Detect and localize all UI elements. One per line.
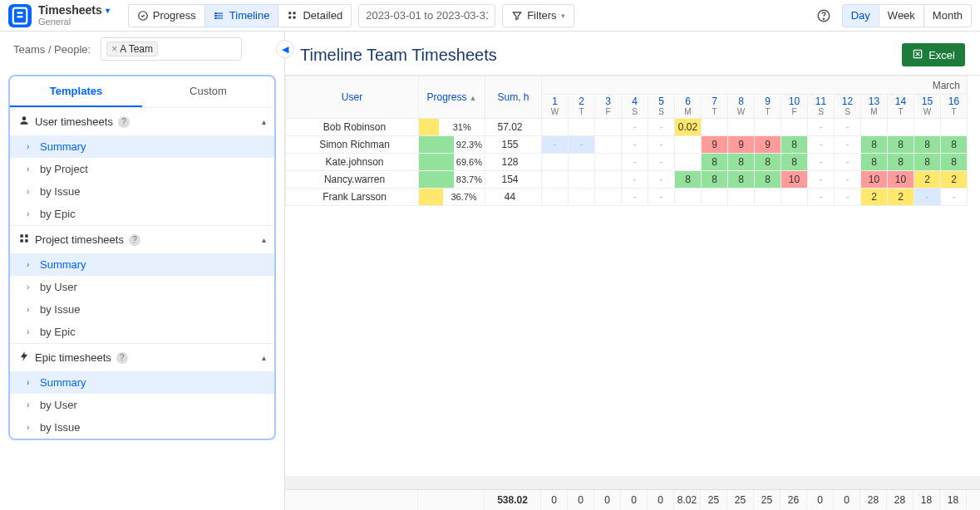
day-cell[interactable] — [569, 189, 595, 206]
day-cell[interactable]: 8 — [888, 154, 914, 171]
day-cell[interactable]: - — [835, 154, 861, 171]
template-summary[interactable]: ›Summary — [10, 371, 274, 394]
day-cell[interactable]: - — [622, 136, 648, 154]
col-user[interactable]: User — [286, 76, 419, 119]
day-col-10[interactable]: 10F — [781, 95, 808, 119]
view-progress[interactable]: Progress — [128, 4, 205, 27]
template-by-epic[interactable]: ›by Epic — [10, 203, 274, 225]
day-cell[interactable] — [595, 136, 622, 154]
day-cell[interactable]: 8 — [941, 154, 968, 171]
day-col-12[interactable]: 12S — [835, 95, 861, 119]
day-cell[interactable] — [569, 154, 595, 171]
day-col-3[interactable]: 3F — [595, 95, 622, 119]
day-cell[interactable] — [569, 119, 595, 136]
day-cell[interactable]: - — [622, 171, 648, 189]
day-cell[interactable]: - — [808, 136, 835, 154]
day-col-1[interactable]: 1W — [542, 95, 569, 119]
col-sum[interactable]: Sum, h — [485, 76, 542, 119]
day-cell[interactable]: 0.02 — [675, 119, 702, 136]
day-cell[interactable]: - — [914, 189, 941, 206]
view-timeline[interactable]: Timeline — [204, 4, 279, 27]
day-cell[interactable]: - — [622, 154, 648, 171]
day-cell[interactable]: 8 — [755, 171, 781, 189]
remove-chip-icon[interactable]: × — [111, 43, 117, 55]
day-cell[interactable] — [595, 189, 622, 206]
day-cell[interactable]: - — [648, 119, 675, 136]
day-cell[interactable]: - — [808, 154, 835, 171]
day-cell[interactable]: 8 — [702, 171, 728, 189]
day-cell[interactable]: - — [569, 136, 595, 154]
day-cell[interactable]: 8 — [781, 154, 808, 171]
day-cell[interactable]: - — [941, 189, 968, 206]
day-cell[interactable]: 2 — [888, 189, 914, 206]
template-by-user[interactable]: ›by User — [10, 276, 274, 298]
section-user-timesheets[interactable]: User timesheets ? ▴ — [10, 107, 274, 135]
view-detailed[interactable]: Detailed — [278, 4, 352, 27]
day-cell[interactable] — [941, 119, 968, 136]
day-cell[interactable]: - — [808, 189, 835, 206]
day-cell[interactable]: - — [622, 189, 648, 206]
day-cell[interactable]: - — [808, 171, 835, 189]
day-cell[interactable]: 8 — [675, 171, 702, 189]
app-title-dropdown[interactable]: Timesheets ▾ — [38, 4, 110, 17]
day-cell[interactable] — [595, 171, 622, 189]
day-cell[interactable] — [542, 171, 569, 189]
day-cell[interactable]: 10 — [888, 171, 914, 189]
day-cell[interactable]: 2 — [941, 171, 968, 189]
template-by-issue[interactable]: ›by Issue — [10, 298, 274, 321]
day-cell[interactable]: - — [835, 136, 861, 154]
horizontal-scrollbar[interactable] — [285, 476, 980, 489]
day-col-13[interactable]: 13M — [861, 95, 888, 119]
day-cell[interactable]: 9 — [728, 136, 755, 154]
day-cell[interactable]: - — [648, 154, 675, 171]
day-cell[interactable] — [542, 119, 569, 136]
day-col-15[interactable]: 15W — [914, 95, 941, 119]
day-cell[interactable] — [702, 119, 728, 136]
day-cell[interactable]: 2 — [861, 189, 888, 206]
day-cell[interactable]: 10 — [781, 171, 808, 189]
day-col-4[interactable]: 4S — [622, 95, 648, 119]
day-cell[interactable] — [914, 119, 941, 136]
day-cell[interactable] — [702, 189, 728, 206]
day-cell[interactable]: 8 — [861, 154, 888, 171]
day-cell[interactable] — [781, 119, 808, 136]
day-col-14[interactable]: 14T — [888, 95, 914, 119]
tab-custom[interactable]: Custom — [142, 76, 274, 107]
day-cell[interactable]: 8 — [728, 171, 755, 189]
collapse-sidebar-button[interactable]: ◀ — [276, 40, 294, 58]
day-cell[interactable]: - — [835, 189, 861, 206]
user-cell[interactable]: Simon Richman — [286, 136, 419, 154]
tab-templates[interactable]: Templates — [10, 76, 142, 107]
user-cell[interactable]: Frank Larsson — [286, 189, 419, 206]
user-cell[interactable]: Bob Robinson — [286, 119, 419, 136]
day-cell[interactable] — [542, 154, 569, 171]
template-summary[interactable]: ›Summary — [10, 135, 274, 158]
day-col-8[interactable]: 8W — [728, 95, 755, 119]
day-cell[interactable]: 8 — [702, 154, 728, 171]
help-icon[interactable] — [812, 4, 835, 27]
section-project-timesheets[interactable]: Project timesheets ? ▴ — [10, 225, 274, 253]
day-cell[interactable]: 8 — [861, 136, 888, 154]
export-excel-button[interactable]: Excel — [902, 43, 965, 66]
section-epic-timesheets[interactable]: Epic timesheets ? ▴ — [10, 343, 274, 371]
user-cell[interactable]: Nancy.warren — [286, 171, 419, 189]
day-cell[interactable]: - — [648, 189, 675, 206]
day-cell[interactable]: 8 — [755, 154, 781, 171]
day-cell[interactable]: - — [808, 119, 835, 136]
day-cell[interactable]: 8 — [941, 136, 968, 154]
day-cell[interactable]: - — [835, 171, 861, 189]
day-col-2[interactable]: 2T — [569, 95, 595, 119]
day-cell[interactable]: 9 — [755, 136, 781, 154]
day-cell[interactable]: 10 — [861, 171, 888, 189]
day-col-11[interactable]: 11S — [808, 95, 835, 119]
template-by-issue[interactable]: ›by Issue — [10, 180, 274, 203]
day-cell[interactable] — [675, 136, 702, 154]
day-cell[interactable] — [675, 154, 702, 171]
day-cell[interactable]: 8 — [914, 154, 941, 171]
date-range-input[interactable] — [358, 4, 495, 27]
user-cell[interactable]: Kate.johnson — [286, 154, 419, 171]
help-hint-icon[interactable]: ? — [129, 234, 140, 246]
day-cell[interactable] — [888, 119, 914, 136]
period-week[interactable]: Week — [879, 4, 924, 27]
template-by-user[interactable]: ›by User — [10, 394, 274, 416]
